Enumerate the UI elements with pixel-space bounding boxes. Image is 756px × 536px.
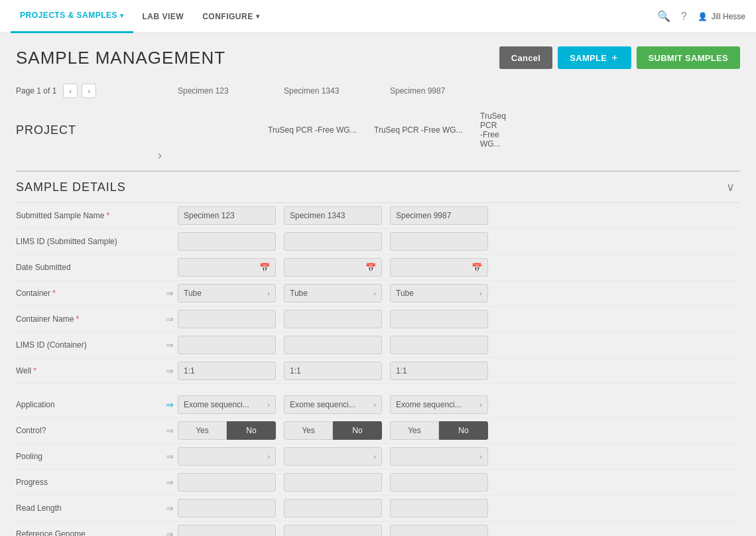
sync-icon-b0[interactable]: ⇒ [166,399,174,410]
date-2-2[interactable]: 📅 [390,258,488,277]
toggle-b1-2: YesNo [390,421,488,440]
sync-icon-6[interactable]: ⇒ [166,366,174,376]
page-header: SAMPLE MANAGEMENT Cancel SAMPLE ＋ SUBMIT… [16,46,740,69]
col-header-3: Specimen 9987 [390,86,496,96]
field-b5-1[interactable] [284,525,382,536]
sync-icon-b5[interactable]: ⇒ [166,529,174,536]
toggle-no-btn[interactable]: No [333,421,382,440]
row-label-b3: Progress [16,478,162,487]
field-0-2[interactable] [390,206,488,225]
nav-lab-view[interactable]: LAB VIEW [133,0,194,33]
toggle-b1-1: YesNo [284,421,382,440]
field-b5-0[interactable] [178,525,276,536]
row-label-5: LIMS ID (Container) [16,340,162,350]
sync-icon-4[interactable]: ⇒ [166,314,174,324]
field-b4-2[interactable] [390,499,488,517]
main-content: SAMPLE MANAGEMENT Cancel SAMPLE ＋ SUBMIT… [0,33,756,536]
row-label-2: Date Submitted [16,263,162,272]
row-label-b4: Read Length [16,503,162,513]
required-star-4: * [76,314,79,324]
data-row-b2: Pooling⇒››› [16,444,740,470]
select-3-2[interactable]: Tube› [390,284,488,302]
plus-icon: ＋ [610,52,619,64]
user-name: Jill Hesse [712,12,745,21]
data-row-1: LIMS ID (Submitted Sample) [16,229,740,255]
field-b4-1[interactable] [284,499,382,517]
toggle-no-btn[interactable]: No [227,421,276,440]
sync-icon-b2[interactable]: ⇒ [166,451,174,462]
toggle-yes-btn[interactable]: Yes [178,421,227,440]
cancel-button[interactable]: Cancel [499,46,552,69]
sync-icon-3[interactable]: ⇒ [166,288,174,299]
help-icon[interactable]: ? [681,11,687,23]
project-row: PROJECT TruSeq PCR -Free WG... TruSeq PC… [16,103,740,172]
field-4-2[interactable] [390,310,488,328]
row-label-b2: Pooling [16,452,162,461]
field-b5-2[interactable] [390,525,488,536]
select-arrow-icon: › [267,289,270,297]
col-header-2: Specimen 1343 [284,86,390,96]
field-1-1[interactable] [284,232,382,251]
select-b0-2[interactable]: Exome sequenci...› [390,395,488,414]
field-6-1[interactable] [284,362,382,380]
row-label-b5: Reference Genome [16,529,162,536]
submit-samples-button[interactable]: SUBMIT SAMPLES [637,46,740,69]
field-0-1[interactable] [284,206,382,225]
field-6-2[interactable] [390,362,488,380]
sync-icon-b3[interactable]: ⇒ [166,477,174,488]
header-buttons: Cancel SAMPLE ＋ SUBMIT SAMPLES [499,46,740,69]
project-expand-icon[interactable]: › [16,149,162,163]
field-6-0[interactable] [178,362,276,380]
calendar-icon: 📅 [259,263,270,273]
field-b4-0[interactable] [178,499,276,517]
field-b3-0[interactable] [178,473,276,492]
prev-page-button[interactable]: ‹ [63,84,78,98]
row-label-1: LIMS ID (Submitted Sample) [16,237,162,246]
nav-configure[interactable]: CONFIGURE ▾ [193,0,269,33]
toggle-yes-btn[interactable]: Yes [284,421,333,440]
field-4-1[interactable] [284,310,382,328]
date-2-1[interactable]: 📅 [284,258,382,277]
project-label: PROJECT [16,123,162,137]
select-b0-1[interactable]: Exome sequenci...› [284,395,382,414]
sync-icon-5[interactable]: ⇒ [166,340,174,350]
field-0-0[interactable] [178,206,276,225]
col-header-1: Specimen 123 [178,86,284,96]
project-value-3: TruSeq PCR -Free WG... [480,111,507,149]
sync-icon-b1[interactable]: ⇒ [166,425,174,436]
sync-icon-b4[interactable]: ⇒ [166,503,174,513]
select-b2-1[interactable]: › [284,447,382,466]
select-arrow-icon: › [373,452,376,460]
toggle-no-btn[interactable]: No [439,421,488,440]
select-b2-0[interactable]: › [178,447,276,466]
field-5-1[interactable] [284,336,382,354]
project-value-1: TruSeq PCR -Free WG... [268,125,374,135]
nav-links: PROJECTS & SAMPLES ▾ LAB VIEW CONFIGURE … [11,0,657,33]
row-label-0: Submitted Sample Name * [16,211,162,220]
select-b0-0[interactable]: Exome sequenci...› [178,395,276,414]
field-1-2[interactable] [390,232,488,251]
field-b3-1[interactable] [284,473,382,492]
select-arrow-icon: › [479,289,482,297]
nav-right: 🔍 ? 👤 Jill Hesse [657,10,745,23]
sample-details-collapse-icon[interactable]: ∨ [714,180,740,194]
next-page-button[interactable]: › [82,84,96,98]
date-2-0[interactable]: 📅 [178,258,276,277]
nav-projects-samples[interactable]: PROJECTS & SAMPLES ▾ [11,0,133,33]
field-b3-2[interactable] [390,473,488,492]
field-1-0[interactable] [178,232,276,251]
field-4-0[interactable] [178,310,276,328]
field-5-2[interactable] [390,336,488,354]
select-arrow-icon: › [373,289,376,297]
select-3-1[interactable]: Tube› [284,284,382,302]
select-3-0[interactable]: Tube› [178,284,276,302]
page-title: SAMPLE MANAGEMENT [16,48,225,68]
user-icon: 👤 [698,12,708,21]
sample-button[interactable]: SAMPLE ＋ [558,46,631,69]
toggle-yes-btn[interactable]: Yes [390,421,439,440]
select-b2-2[interactable]: › [390,447,488,466]
data-row-b0: Application⇒Exome sequenci...›Exome sequ… [16,392,740,418]
search-icon[interactable]: 🔍 [657,10,670,23]
field-5-0[interactable] [178,336,276,354]
data-row-6: Well *⇒ [16,358,740,384]
